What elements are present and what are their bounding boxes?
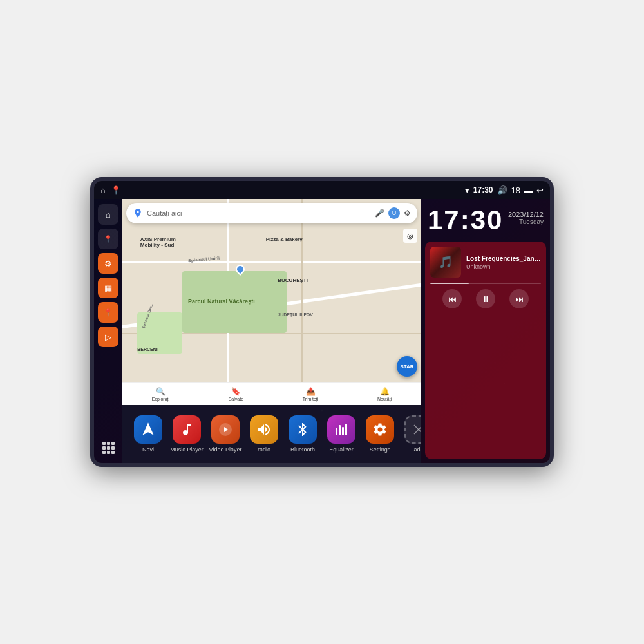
- map-label-buc: BUCUREȘTI: [278, 278, 308, 283]
- map-location-button[interactable]: ◎: [403, 229, 417, 243]
- map-label-axis: AXIS PremiumMobility - Sud: [140, 236, 176, 248]
- app-bluetooth[interactable]: Bluetooth: [283, 415, 322, 453]
- center-area: AXIS PremiumMobility - Sud Pizza & Baker…: [122, 199, 421, 463]
- svg-rect-2: [336, 428, 337, 435]
- navi-icon-wrapper: [134, 415, 162, 444]
- app-radio[interactable]: radio: [245, 415, 283, 453]
- add-icon-wrapper: [404, 415, 421, 444]
- gear-settings-icon: [372, 422, 388, 437]
- files-icon: ▦: [104, 283, 112, 293]
- bluetooth-icon-wrapper: [289, 415, 317, 444]
- equalizer-label: Equalizer: [329, 446, 354, 453]
- user-avatar-icon[interactable]: U: [388, 207, 400, 219]
- right-panel: 17:30 2023/12/12 Tuesday 🎵 L: [421, 199, 550, 463]
- sidebar-navigate-button[interactable]: ▷: [98, 327, 118, 347]
- clock-time: 17:30: [428, 207, 503, 234]
- navigate-icon: ▷: [105, 332, 111, 342]
- sidebar-maps-button[interactable]: 📍: [98, 229, 118, 249]
- home-icon: ⌂: [106, 210, 111, 220]
- play-pause-icon: ⏸: [482, 294, 490, 304]
- next-track-button[interactable]: ⏭: [509, 289, 529, 308]
- maps-nav-share[interactable]: 📤 Trimiteți: [303, 387, 319, 401]
- svg-rect-5: [345, 424, 347, 435]
- next-icon: ⏭: [515, 294, 524, 304]
- map-label-pizza: Pizza & Bakery: [266, 236, 303, 242]
- app-navi[interactable]: Navi: [129, 415, 167, 453]
- prev-track-button[interactable]: ⏮: [442, 289, 462, 308]
- back-icon[interactable]: ↩: [536, 185, 544, 195]
- map-star-button[interactable]: STAR: [397, 356, 417, 377]
- sidebar-files-button[interactable]: ▦: [98, 278, 118, 298]
- maps-status-icon: 📍: [111, 185, 121, 195]
- music-artist: Unknown: [466, 263, 541, 270]
- app-settings[interactable]: Settings: [361, 415, 399, 453]
- play-pause-button[interactable]: ⏸: [476, 289, 495, 308]
- status-left: ⌂ 📍: [100, 185, 121, 195]
- app-equalizer[interactable]: Equalizer: [322, 415, 361, 453]
- sidebar-settings-button[interactable]: ⚙: [98, 253, 118, 274]
- maps-nav-explore[interactable]: 🔍 Explorați: [152, 387, 169, 401]
- play-button-icon: [218, 422, 233, 437]
- microphone-icon[interactable]: 🎤: [375, 209, 384, 218]
- sidebar-location-button[interactable]: 📍: [98, 302, 118, 323]
- music-info: Lost Frequencies_Janie... Unknown: [466, 255, 541, 270]
- music-player-label: Music Player: [170, 446, 204, 453]
- plus-add-icon: [411, 422, 421, 437]
- music-controls: ⏮ ⏸ ⏭: [425, 284, 546, 314]
- battery-num: 18: [511, 185, 520, 195]
- maps-search-text[interactable]: Căutați aici: [147, 209, 371, 217]
- clock-section: 17:30 2023/12/12 Tuesday: [421, 199, 550, 239]
- home-status-icon: ⌂: [100, 185, 106, 195]
- location-icon: 📍: [104, 308, 113, 317]
- map-background: AXIS PremiumMobility - Sud Pizza & Baker…: [122, 199, 421, 405]
- bottom-apps-bar: Navi Music Player: [122, 405, 421, 463]
- app-add[interactable]: add: [399, 415, 421, 453]
- share-label: Trimiteți: [303, 397, 319, 401]
- grid-button[interactable]: [98, 437, 118, 458]
- sidebar-home-button[interactable]: ⌂: [98, 204, 118, 225]
- maps-search-bar[interactable]: Căutați aici 🎤 U ⚙: [126, 203, 417, 223]
- music-player-widget: 🎵 Lost Frequencies_Janie... Unknown ⏮: [425, 242, 546, 459]
- battery-icon: ▬: [524, 185, 533, 195]
- volume-icon: 🔊: [497, 185, 507, 195]
- maps-nav-saved[interactable]: 🔖 Salvate: [229, 387, 243, 401]
- video-player-label: Video Player: [209, 446, 242, 453]
- device-frame: ⌂ 📍 ▾ 17:30 🔊 18 ▬ ↩ ⌂ 📍 ⚙ ▦: [90, 177, 554, 467]
- equalizer-icon-wrapper: [327, 415, 355, 444]
- saved-label: Salvate: [229, 397, 243, 401]
- map-label-ilfov: JUDEȚUL ILFOV: [278, 312, 313, 317]
- music-thumbnail-icon: 🎵: [439, 255, 453, 269]
- svg-point-0: [137, 211, 138, 213]
- navi-label: Navi: [142, 446, 154, 453]
- music-top-area: 🎵 Lost Frequencies_Janie... Unknown: [425, 242, 546, 283]
- sidebar-bottom: [98, 437, 118, 458]
- video-player-icon-wrapper: [211, 415, 240, 444]
- saved-icon: 🔖: [231, 387, 241, 396]
- grid-dots-icon: [102, 442, 115, 454]
- maps-settings-icon[interactable]: ⚙: [404, 209, 411, 218]
- equalizer-bars-icon: [334, 422, 349, 437]
- share-icon: 📤: [306, 387, 316, 396]
- app-video-player[interactable]: Video Player: [206, 415, 245, 453]
- music-title: Lost Frequencies_Janie...: [466, 255, 541, 262]
- maps-bottom-nav: 🔍 Explorați 🔖 Salvate 📤 Trimiteți �: [122, 382, 421, 405]
- map-container[interactable]: AXIS PremiumMobility - Sud Pizza & Baker…: [122, 199, 421, 405]
- status-time: 17:30: [473, 185, 493, 194]
- svg-rect-3: [339, 425, 341, 435]
- album-art-inner: 🎵: [430, 247, 461, 278]
- app-music-player[interactable]: Music Player: [167, 415, 206, 453]
- radio-label: radio: [258, 446, 270, 453]
- radio-icon-wrapper: [250, 415, 278, 444]
- add-label: add: [413, 446, 421, 453]
- map-section: AXIS PremiumMobility - Sud Pizza & Baker…: [122, 199, 421, 405]
- prev-icon: ⏮: [448, 294, 457, 304]
- maps-nav-news[interactable]: 🔔 Noutăți: [377, 387, 392, 401]
- status-bar: ⌂ 📍 ▾ 17:30 🔊 18 ▬ ↩: [94, 181, 550, 199]
- music-note-icon: [179, 422, 194, 437]
- explore-icon: 🔍: [156, 387, 166, 396]
- news-label: Noutăți: [377, 397, 392, 401]
- music-player-icon-wrapper: [173, 415, 201, 444]
- wifi-icon: ▾: [465, 185, 469, 195]
- map-label-park: Parcul Natural Văcărești: [188, 298, 255, 305]
- gear-icon: ⚙: [104, 259, 112, 269]
